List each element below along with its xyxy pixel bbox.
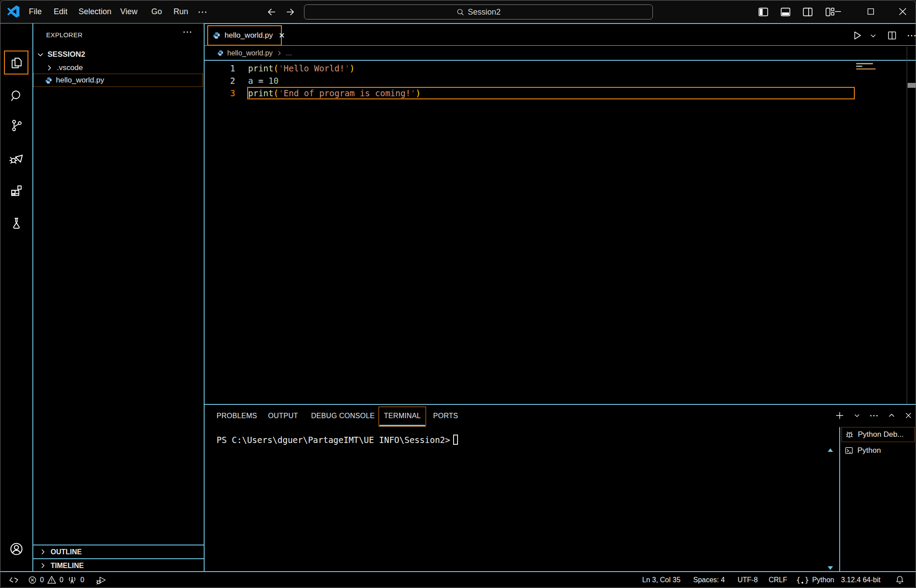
search-view-icon[interactable]	[0, 83, 32, 108]
debug-launch[interactable]	[95, 572, 107, 588]
remote-indicator[interactable]	[8, 572, 19, 588]
panel-tab-problems[interactable]: PROBLEMS	[217, 405, 257, 427]
command-center-search[interactable]: Session2	[304, 4, 653, 20]
chevron-down-icon	[37, 51, 44, 58]
errors-warnings[interactable]: 0 0	[28, 572, 63, 588]
panel-tab-terminal[interactable]: TERMINAL	[384, 405, 421, 427]
ports-count: 0	[80, 576, 84, 584]
testing-icon[interactable]	[0, 211, 32, 235]
forwarded-ports[interactable]: 0	[67, 572, 84, 588]
python-file-icon	[213, 31, 221, 39]
toggle-primary-sidebar-icon[interactable]	[758, 6, 769, 18]
language-mode[interactable]: { } Python	[796, 572, 834, 588]
sidebar-resize-sash[interactable]	[204, 24, 205, 572]
line-number-active[interactable]: 3	[204, 87, 235, 99]
source-control-icon[interactable]	[0, 113, 32, 138]
editor-tab-hello-world[interactable]: hello_world.py ✕	[207, 25, 282, 46]
breadcrumb-more[interactable]: ...	[286, 49, 292, 57]
search-icon	[456, 8, 464, 16]
accounts-icon[interactable]	[0, 537, 32, 561]
activity-bar: ⚙	[0, 24, 32, 571]
terminal-list-divider	[839, 427, 840, 572]
editor-scrollbar-thumb[interactable]	[908, 83, 916, 88]
indentation[interactable]: Spaces: 4	[693, 572, 725, 588]
outline-section[interactable]: OUTLINE	[33, 545, 203, 558]
braces-icon: { }	[796, 576, 809, 584]
notifications-bell-icon[interactable]	[895, 572, 904, 588]
tree-item-hello-world[interactable]: hello_world.py	[33, 74, 203, 87]
panel-tab-debug-console[interactable]: DEBUG CONSOLE	[311, 405, 375, 427]
terminal-icon	[845, 446, 853, 455]
warning-icon	[47, 575, 56, 584]
python-interpreter[interactable]: 3.12.4 64-bit	[841, 572, 880, 588]
minimize-button[interactable]	[828, 0, 848, 23]
forward-arrow-icon[interactable]	[284, 5, 297, 19]
explorer-header: EXPLORER	[46, 31, 83, 39]
editor-actions: ⋯	[852, 25, 916, 46]
run-and-debug-icon[interactable]	[0, 145, 32, 170]
scroll-up-icon[interactable]	[828, 448, 833, 452]
vscode-logo-icon	[7, 5, 20, 18]
close-window-button[interactable]	[892, 0, 913, 23]
terminal-list-item-python[interactable]: Python	[841, 443, 915, 458]
title-bar: File Edit Selection View Go Run ⋯ Sessio…	[0, 0, 916, 23]
cursor-position[interactable]: Ln 3, Col 35	[642, 572, 680, 588]
explorer-more-actions[interactable]: ⋯	[182, 26, 192, 38]
debug-bug-icon	[845, 430, 854, 439]
toggle-panel-icon[interactable]	[780, 6, 791, 18]
timeline-section[interactable]: TIMELINE	[33, 559, 203, 572]
line-number[interactable]: 2	[204, 74, 235, 87]
terminal-content[interactable]: PS C:\Users\dguer\PartageIMT\UE INFO\Ses…	[217, 435, 458, 445]
panel-tab-ports[interactable]: PORTS	[433, 405, 458, 427]
broadcast-tower-icon	[67, 575, 77, 585]
back-arrow-icon[interactable]	[265, 5, 278, 19]
panel-actions: ⋯	[835, 405, 912, 426]
extensions-icon[interactable]	[0, 178, 32, 203]
chevron-right-icon	[46, 64, 53, 71]
run-python-file-icon[interactable]	[852, 30, 862, 41]
encoding[interactable]: UTF-8	[738, 572, 758, 588]
close-panel-icon[interactable]	[904, 412, 912, 419]
explorer-sidebar: EXPLORER ⋯ SESSION2 .vscode hello_world.…	[33, 24, 204, 571]
chevron-right-icon	[276, 50, 282, 56]
layout-controls	[758, 0, 836, 23]
tree-item-vscode[interactable]: .vscode	[33, 61, 203, 74]
breadcrumb-file[interactable]: hello_world.py	[227, 49, 272, 57]
end-of-line[interactable]: CRLF	[769, 572, 787, 588]
python-file-icon	[217, 50, 224, 56]
panel-more-actions-icon[interactable]: ⋯	[869, 410, 879, 421]
menu-run[interactable]: Run	[172, 0, 190, 23]
chevron-right-icon	[39, 562, 46, 569]
menu-go[interactable]: Go	[150, 0, 164, 23]
run-dropdown-chevron-icon[interactable]	[870, 32, 877, 39]
tabstrip-divider	[204, 45, 916, 46]
menu-selection[interactable]: Selection	[77, 0, 113, 23]
error-count: 0	[40, 576, 44, 584]
split-editor-icon[interactable]	[887, 30, 897, 41]
warning-count: 0	[59, 576, 63, 584]
menu-more[interactable]: ⋯	[196, 0, 209, 23]
error-icon	[28, 576, 37, 584]
chevron-right-icon	[39, 549, 46, 555]
debug-play-bug-icon	[95, 574, 107, 586]
maximize-button[interactable]	[861, 0, 881, 23]
menu-edit[interactable]: Edit	[52, 0, 69, 23]
close-tab-icon[interactable]: ✕	[279, 31, 285, 40]
new-terminal-icon[interactable]	[835, 411, 845, 420]
editor-scrollbar[interactable]	[907, 47, 907, 404]
terminal-cursor	[453, 435, 458, 445]
explorer-icon[interactable]	[0, 51, 32, 75]
toggle-secondary-sidebar-icon[interactable]	[802, 6, 813, 18]
vscode-window: File Edit Selection View Go Run ⋯ Sessio…	[0, 0, 916, 588]
terminal-profile-chevron-icon[interactable]	[854, 412, 860, 419]
menu-file[interactable]: File	[27, 0, 43, 23]
panel-tab-output[interactable]: OUTPUT	[268, 405, 298, 427]
terminal-list-item-python-debug[interactable]: Python Deb...	[841, 427, 915, 442]
panel-tab-terminal-underline	[379, 425, 425, 426]
scroll-down-icon[interactable]	[828, 566, 833, 570]
tree-root-session2[interactable]: SESSION2	[33, 48, 203, 61]
maximize-panel-icon[interactable]	[888, 412, 895, 419]
editor-more-actions-icon[interactable]: ⋯	[907, 30, 916, 41]
line-number[interactable]: 1	[204, 62, 235, 74]
menu-view[interactable]: View	[118, 0, 139, 23]
